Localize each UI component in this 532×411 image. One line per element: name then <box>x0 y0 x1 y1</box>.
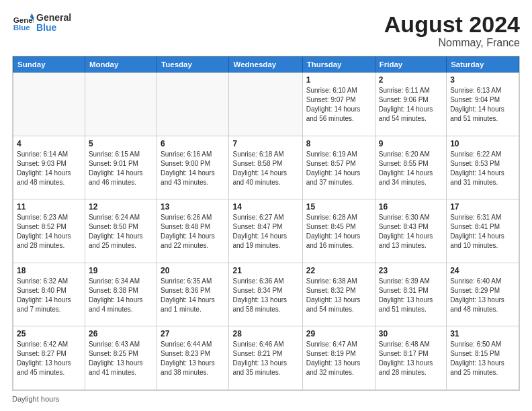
calendar-cell: 24Sunrise: 6:40 AM Sunset: 8:29 PM Dayli… <box>447 263 519 326</box>
calendar-cell: 13Sunrise: 6:26 AM Sunset: 8:48 PM Dayli… <box>157 199 229 263</box>
calendar-cell: 2Sunrise: 6:11 AM Sunset: 9:06 PM Daylig… <box>375 73 446 136</box>
calendar-cell: 1Sunrise: 6:10 AM Sunset: 9:07 PM Daylig… <box>302 73 375 136</box>
calendar-cell: 22Sunrise: 6:38 AM Sunset: 8:32 PM Dayli… <box>302 263 375 326</box>
calendar: SundayMondayTuesdayWednesdayThursdayFrid… <box>12 56 520 391</box>
calendar-day-header: Thursday <box>302 57 375 73</box>
day-number: 20 <box>161 266 225 275</box>
calendar-day-header: Monday <box>85 57 157 73</box>
page: General Blue General Blue August 2024 No… <box>0 0 532 411</box>
calendar-cell: 17Sunrise: 6:31 AM Sunset: 8:41 PM Dayli… <box>447 199 519 263</box>
calendar-day-header: Saturday <box>447 57 519 73</box>
day-info: Sunrise: 6:31 AM Sunset: 8:41 PM Dayligh… <box>450 213 515 250</box>
day-info: Sunrise: 6:22 AM Sunset: 8:53 PM Dayligh… <box>450 150 515 187</box>
day-info: Sunrise: 6:27 AM Sunset: 8:47 PM Dayligh… <box>232 213 298 250</box>
calendar-day-header: Tuesday <box>157 57 229 73</box>
day-info: Sunrise: 6:44 AM Sunset: 8:23 PM Dayligh… <box>161 340 225 377</box>
day-info: Sunrise: 6:36 AM Sunset: 8:34 PM Dayligh… <box>232 277 298 314</box>
calendar-cell <box>13 73 85 136</box>
day-number: 6 <box>161 139 225 148</box>
day-number: 28 <box>232 329 298 338</box>
day-info: Sunrise: 6:46 AM Sunset: 8:21 PM Dayligh… <box>232 340 298 377</box>
day-info: Sunrise: 6:13 AM Sunset: 9:04 PM Dayligh… <box>450 86 515 124</box>
day-number: 5 <box>89 139 153 148</box>
day-number: 30 <box>379 329 443 338</box>
day-number: 27 <box>161 329 225 338</box>
day-number: 17 <box>450 202 515 212</box>
calendar-cell: 16Sunrise: 6:30 AM Sunset: 8:43 PM Dayli… <box>375 199 446 263</box>
calendar-cell <box>157 73 229 136</box>
calendar-header-row: SundayMondayTuesdayWednesdayThursdayFrid… <box>13 57 519 73</box>
day-number: 21 <box>232 266 298 275</box>
header: General Blue General Blue August 2024 No… <box>12 12 520 49</box>
day-info: Sunrise: 6:15 AM Sunset: 9:01 PM Dayligh… <box>89 150 153 187</box>
calendar-cell: 8Sunrise: 6:19 AM Sunset: 8:57 PM Daylig… <box>302 136 375 199</box>
day-info: Sunrise: 6:10 AM Sunset: 9:07 PM Dayligh… <box>306 86 371 124</box>
day-info: Sunrise: 6:26 AM Sunset: 8:48 PM Dayligh… <box>161 213 225 250</box>
day-info: Sunrise: 6:30 AM Sunset: 8:43 PM Dayligh… <box>379 213 443 250</box>
day-number: 13 <box>161 202 225 212</box>
day-number: 23 <box>379 266 443 275</box>
day-number: 7 <box>232 139 298 148</box>
calendar-cell: 29Sunrise: 6:47 AM Sunset: 8:19 PM Dayli… <box>302 326 375 390</box>
calendar-week-row: 4Sunrise: 6:14 AM Sunset: 9:03 PM Daylig… <box>13 136 519 199</box>
calendar-cell: 10Sunrise: 6:22 AM Sunset: 8:53 PM Dayli… <box>447 136 519 199</box>
day-info: Sunrise: 6:47 AM Sunset: 8:19 PM Dayligh… <box>306 340 371 377</box>
day-info: Sunrise: 6:38 AM Sunset: 8:32 PM Dayligh… <box>306 277 371 314</box>
day-info: Sunrise: 6:48 AM Sunset: 8:17 PM Dayligh… <box>379 340 443 377</box>
day-number: 31 <box>450 329 515 338</box>
day-number: 11 <box>17 202 81 212</box>
calendar-week-row: 18Sunrise: 6:32 AM Sunset: 8:40 PM Dayli… <box>13 263 519 326</box>
logo-blue: Blue <box>36 23 71 33</box>
logo-icon: General Blue <box>12 12 34 34</box>
calendar-cell: 31Sunrise: 6:50 AM Sunset: 8:15 PM Dayli… <box>447 326 519 390</box>
calendar-cell: 9Sunrise: 6:20 AM Sunset: 8:55 PM Daylig… <box>375 136 446 199</box>
calendar-cell: 3Sunrise: 6:13 AM Sunset: 9:04 PM Daylig… <box>447 73 519 136</box>
day-info: Sunrise: 6:28 AM Sunset: 8:45 PM Dayligh… <box>306 213 371 250</box>
calendar-cell: 7Sunrise: 6:18 AM Sunset: 8:58 PM Daylig… <box>229 136 302 199</box>
calendar-cell: 23Sunrise: 6:39 AM Sunset: 8:31 PM Dayli… <box>375 263 446 326</box>
daylight-label: Daylight hours <box>12 395 59 403</box>
day-number: 26 <box>89 329 153 338</box>
calendar-cell: 11Sunrise: 6:23 AM Sunset: 8:52 PM Dayli… <box>13 199 85 263</box>
title-block: August 2024 Nommay, France <box>384 12 520 49</box>
calendar-day-header: Sunday <box>13 57 85 73</box>
calendar-day-header: Wednesday <box>229 57 302 73</box>
day-info: Sunrise: 6:34 AM Sunset: 8:38 PM Dayligh… <box>89 277 153 314</box>
day-info: Sunrise: 6:16 AM Sunset: 9:00 PM Dayligh… <box>161 150 225 187</box>
day-info: Sunrise: 6:24 AM Sunset: 8:50 PM Dayligh… <box>89 213 153 250</box>
calendar-cell: 6Sunrise: 6:16 AM Sunset: 9:00 PM Daylig… <box>157 136 229 199</box>
day-info: Sunrise: 6:35 AM Sunset: 8:36 PM Dayligh… <box>161 277 225 314</box>
calendar-cell: 12Sunrise: 6:24 AM Sunset: 8:50 PM Dayli… <box>85 199 157 263</box>
day-info: Sunrise: 6:23 AM Sunset: 8:52 PM Dayligh… <box>17 213 81 250</box>
calendar-week-row: 1Sunrise: 6:10 AM Sunset: 9:07 PM Daylig… <box>13 73 519 136</box>
calendar-week-row: 11Sunrise: 6:23 AM Sunset: 8:52 PM Dayli… <box>13 199 519 263</box>
day-info: Sunrise: 6:42 AM Sunset: 8:27 PM Dayligh… <box>17 340 81 377</box>
day-number: 29 <box>306 329 371 338</box>
calendar-cell: 5Sunrise: 6:15 AM Sunset: 9:01 PM Daylig… <box>85 136 157 199</box>
day-info: Sunrise: 6:19 AM Sunset: 8:57 PM Dayligh… <box>306 150 371 187</box>
calendar-cell: 19Sunrise: 6:34 AM Sunset: 8:38 PM Dayli… <box>85 263 157 326</box>
day-info: Sunrise: 6:50 AM Sunset: 8:15 PM Dayligh… <box>450 340 515 377</box>
day-number: 8 <box>306 139 371 148</box>
day-number: 9 <box>379 139 443 148</box>
day-number: 19 <box>89 266 153 275</box>
day-number: 18 <box>17 266 81 275</box>
calendar-cell <box>85 73 157 136</box>
day-info: Sunrise: 6:43 AM Sunset: 8:25 PM Dayligh… <box>89 340 153 377</box>
day-number: 24 <box>450 266 515 275</box>
main-title: August 2024 <box>384 12 520 37</box>
day-number: 14 <box>232 202 298 212</box>
day-number: 15 <box>306 202 371 212</box>
calendar-cell <box>229 73 302 136</box>
calendar-cell: 25Sunrise: 6:42 AM Sunset: 8:27 PM Dayli… <box>13 326 85 390</box>
calendar-cell: 27Sunrise: 6:44 AM Sunset: 8:23 PM Dayli… <box>157 326 229 390</box>
calendar-cell: 18Sunrise: 6:32 AM Sunset: 8:40 PM Dayli… <box>13 263 85 326</box>
subtitle: Nommay, France <box>384 37 520 49</box>
day-info: Sunrise: 6:18 AM Sunset: 8:58 PM Dayligh… <box>232 150 298 187</box>
day-number: 12 <box>89 202 153 212</box>
day-info: Sunrise: 6:39 AM Sunset: 8:31 PM Dayligh… <box>379 277 443 314</box>
svg-marker-2 <box>30 13 34 17</box>
day-number: 10 <box>450 139 515 148</box>
calendar-day-header: Friday <box>375 57 446 73</box>
calendar-cell: 26Sunrise: 6:43 AM Sunset: 8:25 PM Dayli… <box>85 326 157 390</box>
